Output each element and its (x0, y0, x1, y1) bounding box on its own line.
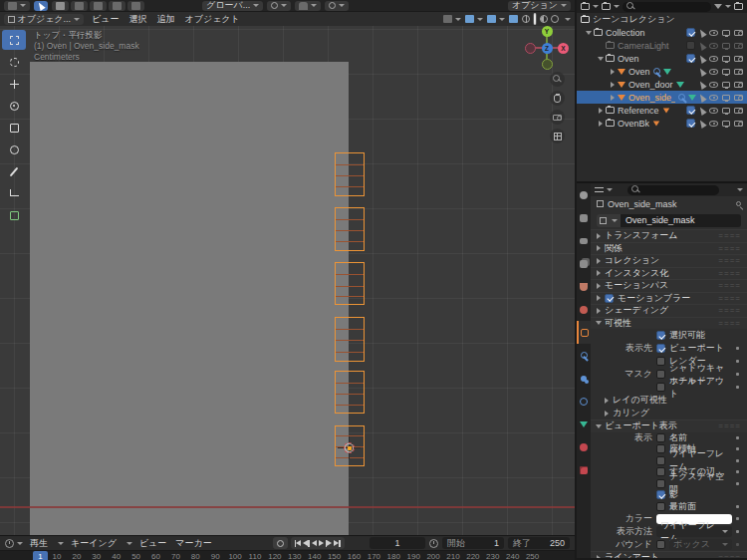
menu-object[interactable]: オブジェクト (183, 13, 242, 26)
panel-motion-blur[interactable]: モーションブラー==== (591, 292, 747, 305)
camera-view-button[interactable] (550, 110, 565, 125)
panel-line-art[interactable]: ラインアート==== (591, 551, 747, 558)
select-set-button[interactable] (52, 1, 69, 11)
transform-orientation-dropdown[interactable]: グローバ... (202, 1, 263, 11)
outliner-editor-type-button[interactable] (581, 3, 599, 10)
tool-transform[interactable] (2, 140, 26, 159)
object-id-dropdown[interactable] (597, 214, 621, 227)
outliner-row-oven-collection[interactable]: Oven (577, 52, 747, 65)
tool-measure[interactable] (2, 183, 26, 203)
exclude-checkbox[interactable] (686, 119, 695, 128)
hide-toggle-icon[interactable] (709, 95, 718, 101)
subpanel-culling[interactable]: カリング (591, 407, 747, 420)
show-all-edges-checkbox[interactable] (656, 467, 665, 476)
xray-toggle-icon[interactable] (509, 15, 518, 23)
panel-shading[interactable]: シェーディング==== (591, 304, 747, 317)
select-extend-button[interactable] (71, 1, 88, 11)
shading-material-icon[interactable] (540, 15, 548, 23)
proportional-editing-toggle[interactable] (325, 1, 349, 11)
tab-output[interactable] (577, 229, 591, 252)
animate-dot[interactable] (736, 386, 739, 389)
bounds-checkbox[interactable] (656, 540, 665, 549)
pan-button[interactable] (550, 91, 565, 106)
hide-toggle-icon[interactable] (709, 43, 718, 49)
axis-x-neg-handle[interactable] (525, 43, 536, 54)
outliner-row-oven-side-mask[interactable]: Oven_side_mask (577, 91, 747, 104)
panel-transform[interactable]: トランスフォーム==== (591, 229, 747, 242)
pin-icon[interactable] (736, 201, 741, 206)
selectable-toggle-icon[interactable] (697, 41, 706, 51)
timeline-editor-type-button[interactable] (5, 539, 23, 548)
render-disable-icon[interactable] (734, 108, 743, 114)
tab-scene[interactable] (577, 275, 591, 298)
tab-modifiers[interactable] (577, 344, 591, 367)
play-button[interactable] (319, 540, 324, 546)
tool-select-box[interactable] (2, 30, 26, 50)
exclude-checkbox[interactable] (686, 106, 695, 115)
renders-checkbox[interactable] (656, 357, 665, 366)
viewport-disable-icon[interactable] (722, 108, 730, 114)
tab-object[interactable] (577, 321, 591, 344)
properties-options-caret[interactable] (737, 188, 743, 191)
options-dropdown[interactable]: オプション (508, 1, 571, 11)
hide-toggle-icon[interactable] (709, 82, 718, 88)
animate-dot[interactable] (736, 459, 739, 462)
tab-texture[interactable] (577, 458, 591, 481)
select-intersect-button[interactable] (127, 1, 144, 11)
outliner-row-cameralight[interactable]: CameraLight (577, 39, 747, 52)
frame-start-field[interactable]: 開始1 (442, 537, 504, 549)
playhead[interactable]: 1 (33, 551, 48, 560)
timeline-ruler[interactable]: 1 10203040506070809010011012013014015016… (0, 550, 575, 560)
viewports-checkbox[interactable] (656, 344, 665, 353)
outliner-display-mode-button[interactable] (602, 3, 620, 10)
animate-dot[interactable] (736, 505, 739, 508)
shading-wireframe-icon[interactable] (522, 15, 530, 23)
animate-dot[interactable] (736, 347, 739, 350)
exclude-checkbox[interactable] (686, 28, 695, 37)
menu-add[interactable]: 追加 (155, 13, 177, 26)
tab-physics[interactable] (577, 390, 591, 413)
shading-dropdown-caret[interactable] (565, 18, 571, 21)
object-name-field[interactable]: Oven_side_mask (621, 214, 741, 227)
tool-rotate[interactable] (2, 96, 26, 116)
selectable-toggle-icon[interactable] (697, 80, 706, 90)
outliner-filter-button[interactable] (714, 4, 731, 9)
selected-mesh-rect[interactable] (335, 262, 365, 305)
display-as-dropdown[interactable]: ワイヤーフレーム (656, 526, 732, 537)
viewport-disable-icon[interactable] (722, 56, 730, 62)
prev-keyframe-button[interactable] (303, 540, 310, 547)
hide-toggle-icon[interactable] (709, 108, 718, 114)
properties-search-input[interactable] (627, 185, 719, 195)
holdout-checkbox[interactable] (656, 383, 665, 392)
panel-viewport-display[interactable]: ビューポート表示==== (591, 420, 747, 432)
show-shadow-checkbox[interactable] (656, 490, 665, 499)
show-wireframe-checkbox[interactable] (656, 456, 665, 465)
zoom-button[interactable] (550, 72, 565, 87)
axis-x-handle[interactable]: X (558, 43, 569, 54)
render-disable-icon[interactable] (734, 56, 743, 62)
selectable-toggle-icon[interactable] (697, 119, 706, 129)
show-in-front-checkbox[interactable] (656, 502, 665, 511)
selectable-checkbox[interactable] (656, 331, 665, 340)
active-tool-button[interactable] (34, 1, 48, 11)
tab-material[interactable] (577, 435, 591, 458)
mode-dropdown[interactable]: オブジェク... (4, 14, 84, 25)
auto-keying-button[interactable] (273, 537, 288, 549)
show-name-checkbox[interactable] (656, 433, 665, 442)
outliner-row-ovenbk[interactable]: OvenBk (577, 117, 747, 130)
tab-render[interactable] (577, 206, 591, 229)
render-disable-icon[interactable] (734, 82, 743, 88)
tab-tool[interactable] (577, 183, 591, 206)
panel-relations[interactable]: 関係==== (591, 242, 747, 255)
shadow-catcher-checkbox[interactable] (656, 370, 665, 379)
gizmos-dropdown[interactable] (465, 15, 483, 23)
render-disable-icon[interactable] (734, 30, 743, 36)
viewport-disable-icon[interactable] (722, 82, 730, 88)
viewport-disable-icon[interactable] (722, 95, 730, 101)
selectable-toggle-icon[interactable] (697, 93, 706, 103)
viewport-disable-icon[interactable] (722, 30, 730, 36)
selectable-toggle-icon[interactable] (697, 106, 706, 116)
hide-toggle-icon[interactable] (709, 56, 718, 62)
outliner-row-oven-object[interactable]: Oven (577, 65, 747, 78)
outliner-row-reference[interactable]: Reference (577, 104, 747, 117)
